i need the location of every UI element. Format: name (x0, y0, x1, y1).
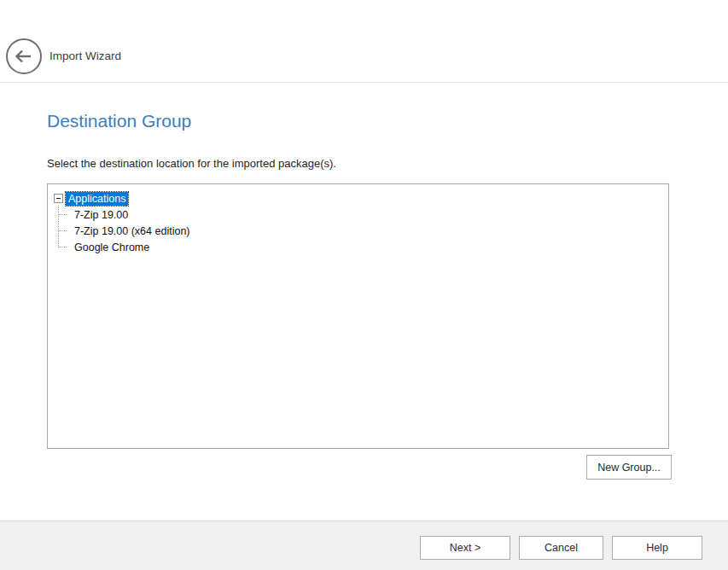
left-arrow-icon (13, 45, 35, 67)
next-button[interactable]: Next > (420, 536, 510, 560)
instruction-text: Select the destination location for the … (47, 157, 336, 170)
header-divider (0, 82, 728, 83)
wizard-header: Import Wizard (0, 0, 728, 83)
tree-row-root: Applications (48, 190, 668, 206)
tree-row: Google Chrome (48, 239, 668, 255)
page-title: Destination Group (47, 111, 191, 131)
tree-node-applications[interactable]: Applications (66, 192, 128, 206)
tree-view: Applications 7-Zip 19.00 7-Zip 19.00 (x6… (48, 184, 668, 255)
tree-children: 7-Zip 19.00 7-Zip 19.00 (x64 edition) Go… (48, 206, 668, 255)
destination-group-tree[interactable]: Applications 7-Zip 19.00 7-Zip 19.00 (x6… (47, 183, 669, 449)
tree-node-google-chrome[interactable]: Google Chrome (73, 241, 151, 254)
tree-row: 7-Zip 19.00 (48, 206, 668, 223)
import-wizard-window: ✕ Import Wizard Destination Group Select… (0, 0, 728, 570)
back-button[interactable] (6, 38, 42, 74)
new-group-button[interactable]: New Group... (586, 455, 672, 480)
collapse-minus-icon[interactable] (54, 194, 63, 203)
help-button[interactable]: Help (612, 536, 702, 560)
tree-node-7zip-x64[interactable]: 7-Zip 19.00 (x64 edition) (73, 224, 192, 238)
cancel-button[interactable]: Cancel (519, 536, 603, 560)
wizard-title: Import Wizard (50, 49, 121, 62)
tree-row: 7-Zip 19.00 (x64 edition) (48, 223, 668, 239)
tree-node-7zip[interactable]: 7-Zip 19.00 (73, 208, 130, 222)
